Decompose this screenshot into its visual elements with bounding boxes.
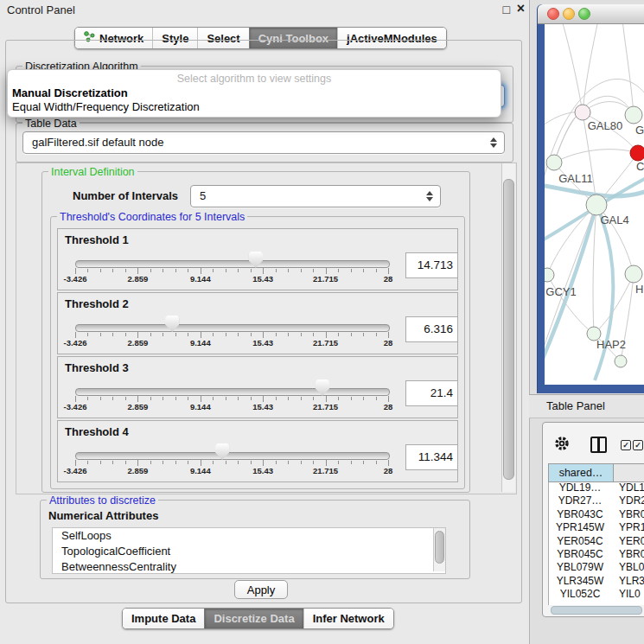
table-row[interactable]: YBL079WYBL0	[548, 561, 644, 574]
apply-button[interactable]: Apply	[234, 580, 288, 599]
column-header-name[interactable]: n	[613, 463, 644, 482]
dropdown-option-equal-width-frequency-discretization[interactable]: Equal Width/Frequency Discretization	[12, 100, 200, 113]
cell-shared-name: YIL052C	[548, 588, 612, 601]
table-row[interactable]: YDR27…YDR2	[548, 494, 644, 507]
network-node-gal4[interactable]	[586, 194, 607, 215]
number-of-intervals-spinner[interactable]: 5	[190, 185, 441, 207]
slider-tick	[226, 269, 226, 272]
network-node-label: GAL80	[588, 119, 622, 132]
threshold-value-field[interactable]: 14.713	[405, 252, 458, 278]
slider-tick	[137, 396, 138, 402]
list-item-selfloops[interactable]: SelfLoops	[53, 528, 445, 544]
network-node-label: GAL11	[558, 172, 593, 185]
table-row[interactable]: YBR045CYBR0	[548, 548, 644, 561]
slider-track[interactable]	[75, 260, 390, 268]
network-node-h[interactable]	[625, 265, 642, 283]
network-node-gal11[interactable]	[546, 155, 562, 170]
slider-tick	[288, 333, 289, 336]
threshold-value-field[interactable]: 11.344	[405, 444, 458, 470]
spinner-arrows-icon	[426, 190, 433, 202]
threshold-value-field[interactable]: 21.4	[405, 380, 458, 406]
slider-tick	[188, 397, 188, 400]
network-node-gal80[interactable]	[575, 105, 590, 120]
network-edge-thick	[595, 205, 613, 380]
bottom-tab-label: Discretize Data	[214, 612, 294, 625]
network-node[interactable]	[615, 355, 627, 367]
close-window-icon[interactable]	[547, 8, 559, 20]
zoom-window-icon[interactable]	[578, 8, 590, 20]
table-row[interactable]: YER054CYER0	[548, 535, 644, 548]
list-item-betweennesscentrality[interactable]: BetweennessCentrality	[53, 559, 445, 574]
network-canvas[interactable]: GAL80GACGAL11GAL4GCY1HHAP2	[545, 24, 644, 385]
network-node-label: GA	[635, 124, 644, 137]
cell-name: YDL1	[619, 481, 644, 494]
network-node-ga[interactable]	[625, 106, 642, 124]
table-data-combobox[interactable]: galFiltered.sif default node	[22, 131, 505, 154]
slider-tick	[213, 333, 214, 336]
numerical-attributes-list[interactable]: SelfLoopsTopologicalCoefficientBetweenne…	[52, 527, 446, 574]
slider-track[interactable]	[75, 452, 390, 460]
slider-tick	[338, 397, 339, 400]
settings-scrollbar-track[interactable]	[501, 163, 515, 492]
table-row[interactable]: YDL19…YDL1	[548, 481, 644, 494]
network-edge	[593, 205, 596, 334]
bottom-tab-discretize-data[interactable]: Discretize Data	[204, 609, 303, 628]
table-hscrollbar-thumb[interactable]	[551, 606, 642, 615]
axis-tick-label: 2.859	[128, 338, 149, 348]
close-panel-icon[interactable]: ×	[517, 1, 525, 16]
slider-tick	[238, 269, 239, 272]
column-header-shared[interactable]: shared…	[548, 463, 614, 482]
checkbox-icon[interactable]: ✓	[633, 440, 643, 450]
slider-tick	[201, 460, 201, 466]
axis-tick-label: 28	[384, 338, 393, 348]
slider-tick	[226, 333, 226, 336]
list-item-topologicalcoefficient[interactable]: TopologicalCoefficient	[53, 544, 445, 559]
slider-tick	[112, 269, 113, 272]
network-node-label: GCY1	[545, 285, 576, 298]
minimize-window-icon[interactable]	[563, 8, 575, 20]
slider-tick	[313, 269, 314, 272]
float-window-icon[interactable]: □	[503, 3, 510, 16]
network-node-c[interactable]	[630, 145, 644, 161]
settings-scrollbar-thumb[interactable]	[503, 179, 514, 480]
slider-tick	[288, 461, 289, 464]
slider-tick	[87, 333, 88, 336]
split-columns-icon[interactable]	[590, 437, 607, 453]
slider-tick	[388, 460, 389, 466]
table-row[interactable]: YBR043CYBR0	[548, 508, 644, 521]
network-node-gcy1[interactable]	[545, 268, 554, 282]
slider-tick	[238, 333, 239, 336]
slider-tick	[100, 397, 101, 400]
slider-tick	[137, 268, 138, 274]
slider-track[interactable]	[75, 324, 390, 332]
slider-tick	[137, 332, 138, 338]
threshold-value-field[interactable]: 6.316	[405, 316, 458, 342]
dropdown-option-manual-discretization[interactable]: Manual Discretization	[12, 86, 128, 99]
slider-tick	[363, 333, 364, 336]
attributes-scrollbar-track[interactable]	[433, 528, 445, 571]
axis-tick-label: 2.859	[128, 402, 149, 411]
table-row[interactable]: YPR145WYPR1	[548, 521, 644, 534]
checkbox-icon[interactable]: ✓	[621, 440, 631, 450]
slider-tick	[376, 333, 377, 336]
axis-tick-label: 28	[384, 466, 393, 475]
slider-tick	[376, 269, 377, 272]
slider-track[interactable]	[75, 388, 390, 396]
table-row[interactable]: YLR345WYLR3	[548, 575, 644, 588]
slider-tick	[201, 332, 201, 338]
bottom-tab-infer-network[interactable]: Infer Network	[303, 609, 393, 628]
axis-tick-label: 9.144	[190, 338, 211, 348]
slider-tick	[100, 333, 101, 336]
panel-title: Control Panel	[7, 3, 75, 16]
bottom-tab-impute-data[interactable]: Impute Data	[123, 609, 204, 628]
slider-tick	[213, 269, 214, 272]
attributes-scrollbar-thumb[interactable]	[435, 531, 444, 564]
slider-tick	[226, 397, 226, 400]
cell-name: YBL0	[619, 561, 644, 574]
axis-tick-label: 21.715	[313, 338, 338, 348]
cell-name: YER0	[619, 535, 644, 548]
cell-name: YBR0	[619, 508, 644, 521]
slider-tick	[363, 397, 364, 400]
table-row[interactable]: YIL052CYIL0	[548, 588, 644, 601]
gear-icon[interactable]	[554, 436, 570, 451]
